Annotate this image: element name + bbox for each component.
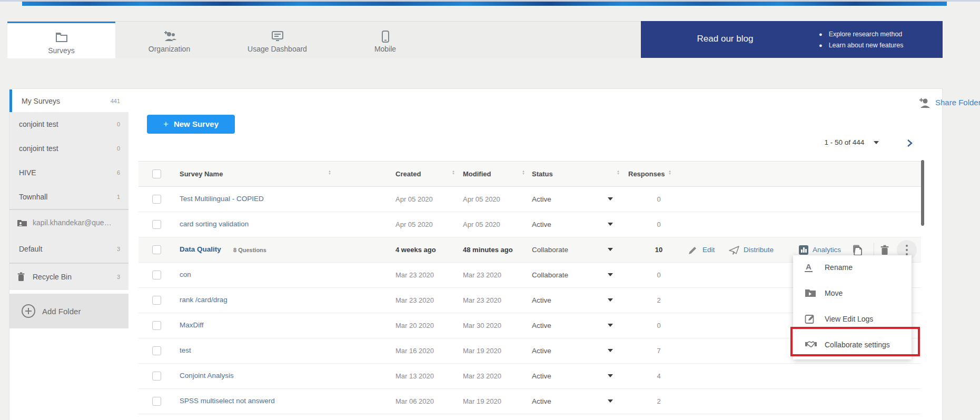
table-row[interactable]: Conjoint Analysis Mar 13 2020 Mar 23 202… (138, 364, 921, 389)
survey-name-link[interactable]: Conjoint Analysis (180, 372, 234, 379)
new-survey-button[interactable]: +New Survey (147, 115, 235, 134)
status-caret-icon[interactable] (608, 248, 613, 251)
add-folder-button[interactable]: Add Folder (9, 294, 128, 328)
sidebar-item-my-surveys[interactable]: My Surveys 441 (9, 89, 128, 112)
responses-cell: 2 (643, 296, 675, 304)
survey-name-link[interactable]: test (180, 346, 191, 354)
header-modified[interactable]: Modified (463, 170, 491, 178)
tab-mobile[interactable]: Mobile (331, 22, 439, 58)
sidebar-item-shared-folder[interactable]: kapil.khandekar@que… (9, 210, 128, 235)
status-caret-icon[interactable] (608, 298, 613, 302)
phone-icon (331, 31, 439, 43)
rename-icon: A (805, 262, 816, 274)
menu-item-move[interactable]: Move (793, 281, 912, 307)
sort-icon[interactable]: ▲▼ (521, 170, 526, 175)
sort-icon[interactable]: ▲▼ (327, 170, 332, 175)
tab-label: Surveys (7, 46, 115, 55)
row-context-menu: A Rename Move View Edit Logs Collaborat (793, 255, 912, 359)
row-checkbox[interactable] (152, 321, 161, 330)
people-add-icon (115, 31, 223, 43)
row-checkbox[interactable] (152, 245, 161, 254)
survey-name-link[interactable]: Test Multilingual - COPIED (180, 195, 264, 203)
menu-item-view-edit-logs[interactable]: View Edit Logs (793, 307, 912, 333)
status-caret-icon[interactable] (608, 399, 613, 403)
next-page-button[interactable] (905, 139, 915, 148)
tab-usage-dashboard[interactable]: Usage Dashboard (223, 22, 331, 58)
survey-name-link[interactable]: MaxDiff (180, 321, 204, 329)
folder-count: 441 (111, 98, 120, 104)
tab-organization[interactable]: Organization (115, 22, 223, 58)
modified-cell: Mar 30 2020 (463, 322, 501, 329)
status-caret-icon[interactable] (608, 324, 613, 327)
sidebar-item-hive[interactable]: HIVE 6 (9, 161, 128, 185)
header-survey-name[interactable]: Survey Name (180, 170, 223, 178)
sidebar-item-recycle-bin[interactable]: Recycle Bin 3 (9, 264, 128, 290)
question-count-badge: 8 Questions (233, 247, 266, 253)
created-cell: Mar 23 2020 (395, 296, 434, 304)
dashboard-icon (223, 31, 331, 43)
modified-cell: Mar 19 2020 (463, 347, 501, 355)
modified-cell: Mar 23 2020 (463, 296, 501, 304)
status-cell: Collaborate (532, 246, 568, 254)
sort-icon[interactable]: ▲▼ (667, 170, 672, 175)
sidebar-item-default[interactable]: Default 3 (9, 235, 128, 263)
blog-banner[interactable]: Read our blog ●Explore research method ●… (641, 21, 943, 58)
header-status[interactable]: Status (532, 170, 553, 178)
folder-icon (7, 32, 115, 45)
header-created[interactable]: Created (395, 170, 421, 178)
distribute-button[interactable]: Distribute (744, 246, 774, 254)
survey-name-link[interactable]: rank /card/drag (180, 296, 227, 304)
status-cell: Active (532, 322, 551, 329)
plus-icon: + (163, 119, 169, 129)
tab-label: Mobile (331, 45, 439, 53)
status-cell: Active (532, 347, 551, 355)
created-cell: Apr 05 2020 (395, 221, 433, 228)
sidebar-item-conjoint-test-2[interactable]: conjoint test 0 (9, 136, 128, 161)
tab-surveys[interactable]: Surveys (7, 22, 115, 58)
pagination-caret-icon[interactable] (874, 141, 879, 144)
banner-bullet-item: ●Learn about new features (819, 42, 903, 49)
table-row[interactable]: Test Multilingual - COPIED Apr 05 2020 A… (138, 187, 921, 212)
sort-icon[interactable]: ▲▼ (616, 170, 621, 175)
status-caret-icon[interactable] (608, 273, 613, 276)
row-checkbox[interactable] (152, 296, 161, 305)
survey-name-link[interactable]: SPSS multiselect not answerd (180, 397, 275, 405)
row-checkbox[interactable] (152, 346, 161, 355)
header-responses[interactable]: Responses (628, 170, 665, 178)
row-checkbox[interactable] (152, 372, 161, 381)
survey-name-link[interactable]: card sorting validation (180, 220, 249, 228)
status-caret-icon[interactable] (608, 197, 613, 201)
menu-item-collaborate-settings[interactable]: Collaborate settings (793, 333, 912, 358)
status-cell: Active (532, 195, 551, 203)
sidebar-item-conjoint-test-1[interactable]: conjoint test 0 (9, 112, 128, 136)
created-cell: Mar 20 2020 (395, 322, 434, 329)
table-row[interactable]: card sorting validation Apr 05 2020 Apr … (138, 212, 921, 237)
banner-title[interactable]: Read our blog (665, 34, 786, 44)
copy-icon[interactable] (852, 244, 863, 256)
status-caret-icon[interactable] (608, 349, 613, 352)
status-caret-icon[interactable] (608, 223, 613, 226)
sidebar-item-townhall[interactable]: Townhall 1 (9, 185, 128, 209)
row-checkbox[interactable] (152, 195, 161, 204)
distribute-plane-icon[interactable] (729, 246, 739, 255)
pagination-control[interactable]: 1 - 50 of 444 (824, 138, 879, 149)
analytics-chart-icon[interactable] (799, 245, 808, 255)
menu-item-rename[interactable]: A Rename (793, 255, 912, 281)
edit-pencil-icon[interactable] (688, 246, 697, 255)
select-all-checkbox[interactable] (152, 169, 161, 178)
table-row[interactable]: SPSS multiselect not answerd Mar 06 2020… (138, 389, 921, 414)
surveys-panel: My Surveys 441 conjoint test 0 conjoint … (9, 88, 943, 420)
survey-name-link[interactable]: Data Quality (180, 245, 221, 253)
status-caret-icon[interactable] (608, 374, 613, 377)
row-checkbox[interactable] (152, 397, 161, 406)
modified-cell: Mar 23 2020 (463, 271, 501, 279)
analytics-button[interactable]: Analytics (813, 246, 841, 254)
edit-button[interactable]: Edit (702, 246, 715, 254)
delete-trash-icon[interactable] (880, 245, 889, 255)
sort-icon[interactable]: ▲▼ (451, 170, 456, 175)
row-checkbox[interactable] (152, 220, 161, 229)
table-scrollbar[interactable] (921, 160, 924, 226)
row-checkbox[interactable] (152, 271, 161, 279)
status-cell: Active (532, 221, 551, 228)
survey-name-link[interactable]: con (180, 271, 191, 278)
